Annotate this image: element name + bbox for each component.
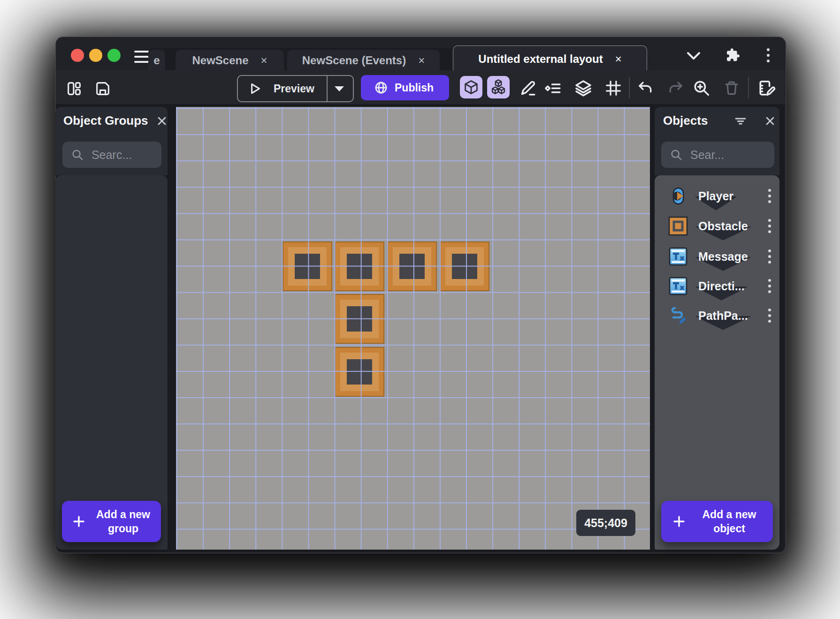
close-icon[interactable]: × [615,53,622,66]
publish-button[interactable]: Publish [361,75,449,100]
preview-button[interactable]: Preview [237,75,354,102]
puzzle-extension-icon[interactable] [724,47,740,63]
screenshot-stage: e NewScene × NewScene (Events) × Untitle… [0,0,840,619]
panels-layout-icon[interactable] [66,80,83,97]
close-icon[interactable] [764,115,776,127]
zoom-in-icon[interactable] [692,79,711,98]
undo-icon[interactable] [637,79,655,98]
object-groups-search-input[interactable] [91,148,161,162]
tab-label: Untitled external layout [478,53,603,66]
toolbar-divider [629,77,630,98]
add-object-label-line2: object [713,522,745,535]
search-icon [670,148,683,161]
object-groups-list[interactable] [55,175,168,550]
obstacle-block-instance[interactable] [335,347,384,397]
plus-icon [672,515,686,528]
stacked-cubes-icon [489,78,507,96]
add-group-button[interactable]: Add a new group [62,501,161,542]
scene-canvas[interactable]: 455;409 [176,107,650,550]
add-group-label-line2: group [108,522,138,535]
filter-icon[interactable] [734,115,747,127]
object-groups-title: Object Groups [63,113,148,128]
object-row-player[interactable]: Player [655,182,779,210]
grid-overlay [176,107,650,550]
plus-icon [72,515,85,528]
tab-newscene-events[interactable]: NewScene (Events) × [287,50,440,71]
object-label: PathPa... [698,309,748,323]
obstacle-icon [668,216,688,236]
obstacle-block-instance[interactable] [387,242,437,291]
minimize-traffic-light[interactable] [89,49,102,62]
object-label: Directi... [698,279,745,293]
redo-icon[interactable] [666,79,684,98]
play-icon [247,81,262,96]
preview-label: Preview [274,83,314,95]
tab-label: e [153,54,160,67]
close-icon[interactable]: × [418,54,425,67]
layers-icon[interactable] [573,79,594,98]
chevron-down-icon[interactable] [686,51,701,60]
pencil-edit-icon[interactable] [519,79,537,98]
obstacle-block-instance[interactable] [440,242,489,291]
object-row-pathpainter[interactable]: PathPa... [655,302,779,329]
obstacle-block-instance[interactable] [335,294,384,344]
add-group-label-line1: Add a new [96,508,150,521]
instances-list-icon[interactable] [543,79,563,98]
object-row-message[interactable]: Message [655,243,779,270]
object-menu-icon[interactable] [768,279,771,293]
toggle-instances-view-button[interactable] [487,76,510,98]
add-object-label-line1: Add a new [702,508,756,521]
close-icon[interactable] [156,115,168,127]
edit-scene-events-icon[interactable] [757,79,777,98]
button-divider [327,76,328,101]
object-menu-icon[interactable] [768,309,771,323]
object-row-obstacle[interactable]: Obstacle [655,212,779,240]
tab-truncated[interactable]: e [148,50,165,71]
object-menu-icon[interactable] [768,189,771,203]
toggle-3d-view-button[interactable] [460,76,482,98]
tab-newscene[interactable]: NewScene × [176,50,284,71]
close-traffic-light[interactable] [71,49,84,62]
cube-3d-icon [463,79,480,96]
trash-icon[interactable] [723,79,741,98]
cursor-coordinates-badge: 455;409 [576,510,635,536]
globe-icon [374,81,388,95]
objects-title: Objects [663,113,708,128]
text-object-icon [668,246,688,267]
object-label: Player [698,189,733,203]
tab-untitled-external-layout[interactable]: Untitled external layout × [453,45,647,72]
add-object-button[interactable]: Add a new object [661,501,773,542]
more-options-icon[interactable] [767,48,770,62]
object-groups-search[interactable] [62,142,161,168]
objects-search[interactable] [661,142,774,168]
preview-dropdown-caret-icon[interactable] [333,85,345,92]
object-row-direction[interactable]: Directi... [655,272,779,300]
object-label: Message [698,250,748,264]
objects-search-input[interactable] [689,148,771,162]
zoom-traffic-light[interactable] [107,49,121,62]
obstacle-block-instance[interactable] [335,242,384,291]
grid-icon[interactable] [604,79,622,98]
close-icon[interactable]: × [261,54,267,67]
obstacle-block-instance[interactable] [283,242,332,291]
tab-label: NewScene [192,54,248,67]
object-menu-icon[interactable] [768,249,771,264]
toolbar-divider [748,77,749,98]
player-icon [668,186,688,206]
publish-label: Publish [395,82,434,94]
object-label: Obstacle [698,219,748,233]
search-icon [71,148,84,161]
save-icon[interactable] [94,80,111,97]
text-object-icon [668,276,688,296]
tab-label: NewScene (Events) [302,54,406,67]
path-icon [668,305,688,326]
object-menu-icon[interactable] [768,219,771,233]
